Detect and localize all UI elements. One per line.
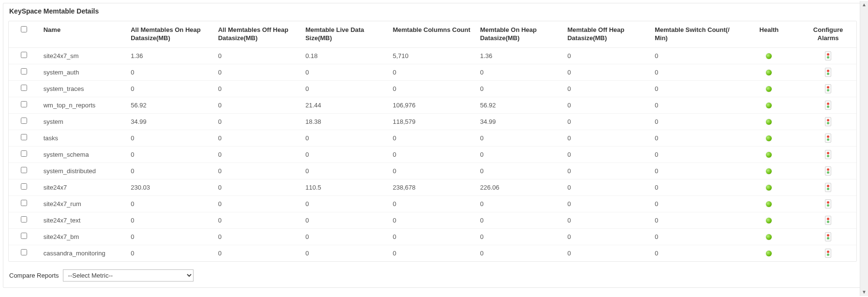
header-m-on-heap[interactable]: Memtable On Heap Datasize(MB) xyxy=(476,21,564,47)
header-alarms[interactable]: Configure Alarms xyxy=(800,21,856,47)
cell-m-on-heap: 0 xyxy=(476,228,564,245)
cell-m-off-heap: 0 xyxy=(564,130,651,146)
row-checkbox[interactable] xyxy=(21,101,27,107)
row-checkbox[interactable] xyxy=(21,200,27,206)
configure-alarm-button[interactable] xyxy=(825,199,831,208)
cell-off-heap: 0 xyxy=(214,195,302,212)
cell-name[interactable]: site24x7_text xyxy=(40,212,127,228)
configure-alarm-button[interactable] xyxy=(825,117,831,126)
header-name[interactable]: Name xyxy=(40,21,127,47)
configure-alarm-button[interactable] xyxy=(825,249,831,258)
cell-switch-count: 0 xyxy=(651,47,738,64)
vertical-scrollbar[interactable]: ▲ ▼ xyxy=(860,1,868,296)
configure-alarm-button[interactable] xyxy=(825,166,831,176)
configure-alarm-button[interactable] xyxy=(825,101,831,110)
header-on-heap[interactable]: All Memtables On Heap Datasize(MB) xyxy=(127,21,214,47)
cell-name[interactable]: system xyxy=(40,113,127,130)
alarm-red-icon xyxy=(827,218,829,220)
alarm-green-icon xyxy=(827,204,829,207)
cell-m-on-heap: 0 xyxy=(476,80,564,97)
cell-cols-count: 0 xyxy=(389,130,477,146)
cell-name[interactable]: system_auth xyxy=(40,64,127,80)
header-off-heap[interactable]: All Memtables Off Heap Datasize(MB) xyxy=(214,21,302,47)
cell-on-heap: 0 xyxy=(127,163,214,179)
header-m-off-heap[interactable]: Memtable Off Heap Datasize(MB) xyxy=(564,21,651,47)
cell-name[interactable]: site24x7 xyxy=(40,179,127,195)
cell-off-heap: 0 xyxy=(214,179,302,195)
row-checkbox[interactable] xyxy=(21,216,27,223)
header-cols-count[interactable]: Memtable Columns Count xyxy=(389,21,477,47)
header-live-data[interactable]: Memtable Live Data Size(MB) xyxy=(301,21,389,47)
row-checkbox[interactable] xyxy=(21,183,27,190)
cell-m-off-heap: 0 xyxy=(564,146,651,163)
cell-on-heap: 0 xyxy=(127,212,214,228)
health-status-icon xyxy=(766,201,772,207)
cell-name[interactable]: wm_top_n_reports xyxy=(40,97,127,113)
cell-off-heap: 0 xyxy=(214,146,302,163)
configure-alarm-button[interactable] xyxy=(825,134,831,143)
configure-alarm-button[interactable] xyxy=(825,216,831,225)
cell-m-on-heap: 0 xyxy=(476,64,564,80)
cell-m-on-heap: 56.92 xyxy=(476,97,564,113)
header-switch[interactable]: Memtable Switch Count(/ Min) xyxy=(651,21,738,47)
table-row: tasks0000000 xyxy=(9,130,856,146)
health-status-icon xyxy=(766,70,772,75)
row-checkbox[interactable] xyxy=(21,68,27,74)
cell-cols-count: 5,710 xyxy=(389,47,477,64)
alarm-red-icon xyxy=(827,135,829,138)
row-checkbox[interactable] xyxy=(21,249,27,255)
cell-name[interactable]: cassandra_monitoring xyxy=(40,245,127,261)
row-checkbox[interactable] xyxy=(21,233,27,239)
cell-name[interactable]: site24x7_rum xyxy=(40,195,127,212)
table-row: site24x7_sm1.3600.185,7101.3600 xyxy=(9,47,856,64)
health-status-icon xyxy=(766,234,772,240)
cell-m-off-heap: 0 xyxy=(564,179,651,195)
cell-m-off-heap: 0 xyxy=(564,195,651,212)
row-checkbox[interactable] xyxy=(21,118,27,124)
compare-metric-select[interactable]: --Select Metric-- xyxy=(63,269,194,282)
row-checkbox[interactable] xyxy=(21,134,27,140)
configure-alarm-button[interactable] xyxy=(825,51,831,60)
cell-on-heap: 1.36 xyxy=(127,47,214,64)
alarm-green-icon xyxy=(827,155,829,157)
configure-alarm-button[interactable] xyxy=(825,84,831,93)
table-row: system_traces0000000 xyxy=(9,80,856,97)
configure-alarm-button[interactable] xyxy=(825,183,831,192)
cell-name[interactable]: site24x7_bm xyxy=(40,228,127,245)
row-checkbox[interactable] xyxy=(21,52,27,58)
cell-name[interactable]: system_distributed xyxy=(40,163,127,179)
scroll-up-icon[interactable]: ▲ xyxy=(860,1,868,9)
cell-m-off-heap: 0 xyxy=(564,64,651,80)
select-all-checkbox[interactable] xyxy=(21,26,27,32)
configure-alarm-button[interactable] xyxy=(825,68,831,77)
alarm-red-icon xyxy=(827,103,829,105)
cell-live-data: 0 xyxy=(301,212,389,228)
cell-off-heap: 0 xyxy=(214,245,302,261)
cell-m-on-heap: 0 xyxy=(476,130,564,146)
health-status-icon xyxy=(766,86,772,92)
row-checkbox[interactable] xyxy=(21,150,27,157)
cell-name[interactable]: site24x7_sm xyxy=(40,47,127,64)
cell-cols-count: 238,678 xyxy=(389,179,477,195)
cell-off-heap: 0 xyxy=(214,80,302,97)
row-checkbox[interactable] xyxy=(21,85,27,91)
cell-on-heap: 0 xyxy=(127,80,214,97)
cell-name[interactable]: tasks xyxy=(40,130,127,146)
row-checkbox[interactable] xyxy=(21,167,27,173)
cell-live-data: 0 xyxy=(301,130,389,146)
cell-m-off-heap: 0 xyxy=(564,163,651,179)
configure-alarm-button[interactable] xyxy=(825,150,831,159)
header-health[interactable]: Health xyxy=(738,21,800,47)
alarm-red-icon xyxy=(827,53,829,56)
cell-on-heap: 0 xyxy=(127,195,214,212)
cell-name[interactable]: system_schema xyxy=(40,146,127,163)
cell-on-heap: 34.99 xyxy=(127,113,214,130)
cell-switch-count: 0 xyxy=(651,163,738,179)
cell-live-data: 0 xyxy=(301,195,389,212)
configure-alarm-button[interactable] xyxy=(825,232,831,241)
cell-name[interactable]: system_traces xyxy=(40,80,127,97)
cell-live-data: 21.44 xyxy=(301,97,389,113)
alarm-green-icon xyxy=(827,221,829,223)
scroll-down-icon[interactable]: ▼ xyxy=(860,288,868,296)
cell-live-data: 0 xyxy=(301,80,389,97)
